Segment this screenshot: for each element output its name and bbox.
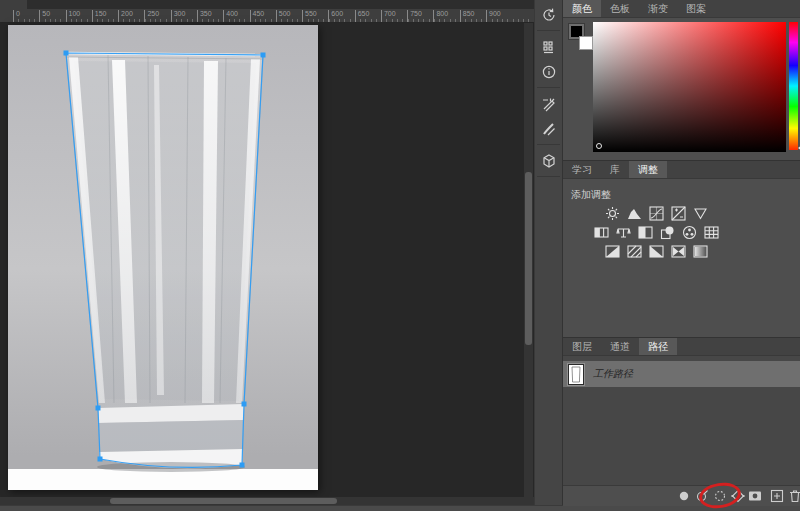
make-work-path-icon[interactable] bbox=[731, 489, 745, 503]
ruler-tick: 200 bbox=[118, 10, 133, 22]
paths-panel-tabs: 图层 通道 路径 bbox=[563, 338, 800, 356]
brightness-contrast-icon[interactable] bbox=[605, 206, 620, 221]
ruler-tick: 850 bbox=[460, 10, 475, 22]
document-canvas[interactable] bbox=[8, 25, 318, 490]
adjustment-icons bbox=[571, 206, 741, 259]
vibrance-icon[interactable] bbox=[693, 206, 708, 221]
saturation-brightness-field[interactable] bbox=[593, 22, 786, 152]
work-path-row[interactable]: 工作路径 bbox=[563, 361, 800, 387]
ruler-tick: 700 bbox=[381, 10, 396, 22]
panel-dock bbox=[534, 0, 562, 505]
add-mask-icon[interactable] bbox=[748, 489, 762, 503]
ruler-tick: 600 bbox=[328, 10, 343, 22]
glass-tumbler-image bbox=[8, 25, 318, 490]
photo-filter-icon[interactable] bbox=[660, 225, 675, 240]
ruler-tick: 150 bbox=[92, 10, 107, 22]
path-name: 工作路径 bbox=[593, 367, 633, 381]
channel-mixer-icon[interactable] bbox=[682, 225, 697, 240]
exposure-icon[interactable] bbox=[671, 206, 686, 221]
vertical-scrollbar-thumb[interactable] bbox=[525, 172, 532, 345]
tab-patterns[interactable]: 图案 bbox=[677, 0, 715, 17]
levels-icon[interactable] bbox=[627, 206, 642, 221]
load-selection-icon[interactable] bbox=[713, 489, 727, 503]
add-adjustment-label: 添加调整 bbox=[563, 179, 800, 206]
posterize-icon[interactable] bbox=[627, 244, 642, 259]
ruler-tick: 500 bbox=[276, 10, 291, 22]
canvas-area[interactable] bbox=[0, 23, 534, 497]
dock-separator bbox=[537, 176, 560, 177]
tab-channels[interactable]: 通道 bbox=[601, 338, 639, 355]
photoshop-window: 0501001502002503003504004505005506006507… bbox=[0, 0, 800, 511]
color-panel-tabs: 颜色 色板 渐变 图案 bbox=[563, 0, 800, 18]
tab-libraries[interactable]: 库 bbox=[601, 161, 629, 178]
ruler-tick: 250 bbox=[144, 10, 159, 22]
tab-adjustments[interactable]: 调整 bbox=[629, 161, 667, 178]
ruler-tick: 100 bbox=[66, 10, 81, 22]
curves-icon[interactable] bbox=[649, 206, 664, 221]
gradient-map-icon[interactable] bbox=[671, 244, 686, 259]
paths-list: 工作路径 bbox=[563, 356, 800, 485]
tab-learn[interactable]: 学习 bbox=[563, 161, 601, 178]
ruler-tick: 550 bbox=[302, 10, 317, 22]
color-lookup-icon[interactable] bbox=[704, 225, 719, 240]
dock-separator bbox=[537, 87, 560, 88]
ruler-tick: 350 bbox=[197, 10, 212, 22]
color-panel: 颜色 色板 渐变 图案 bbox=[563, 0, 800, 160]
tab-gradients[interactable]: 渐变 bbox=[639, 0, 677, 17]
invert-icon[interactable] bbox=[605, 244, 620, 259]
path-thumbnail[interactable] bbox=[568, 364, 584, 385]
paths-panel: 图层 通道 路径 工作路径 bbox=[563, 337, 800, 505]
brushes-panel-icon[interactable] bbox=[535, 118, 563, 139]
tab-color[interactable]: 颜色 bbox=[563, 0, 601, 17]
ruler-tick: 0 bbox=[13, 10, 20, 22]
history-panel-icon[interactable] bbox=[535, 4, 563, 25]
ruler-tick: 300 bbox=[171, 10, 186, 22]
tab-paths[interactable]: 路径 bbox=[639, 338, 677, 355]
ruler-tick: 900 bbox=[486, 10, 501, 22]
adjustments-panel: 学习 库 调整 添加调整 bbox=[563, 160, 800, 337]
info-panel-icon[interactable] bbox=[535, 61, 563, 82]
3d-panel-icon[interactable] bbox=[535, 150, 563, 171]
ruler-tick: 450 bbox=[250, 10, 265, 22]
color-field-cursor[interactable] bbox=[596, 143, 602, 149]
dock-separator bbox=[537, 144, 560, 145]
tab-swatches[interactable]: 色板 bbox=[601, 0, 639, 17]
foreground-background-swatches bbox=[569, 24, 595, 54]
threshold-icon[interactable] bbox=[649, 244, 664, 259]
ruler-tick: 750 bbox=[407, 10, 422, 22]
swatches-panel-icon[interactable] bbox=[535, 36, 563, 57]
horizontal-scrollbar[interactable] bbox=[0, 497, 534, 505]
delete-path-icon[interactable] bbox=[788, 489, 800, 503]
tab-layers[interactable]: 图层 bbox=[563, 338, 601, 355]
color-balance-icon[interactable] bbox=[616, 225, 631, 240]
ruler-tick: 50 bbox=[39, 10, 50, 22]
stroke-path-icon[interactable] bbox=[695, 489, 709, 503]
new-path-icon[interactable] bbox=[770, 489, 784, 503]
black-white-icon[interactable] bbox=[638, 225, 653, 240]
ruler-tick: 650 bbox=[355, 10, 370, 22]
vertical-scrollbar[interactable] bbox=[524, 23, 533, 497]
ruler-minor-ticks bbox=[13, 19, 530, 22]
ruler-tick: 400 bbox=[223, 10, 238, 22]
background-color-swatch[interactable] bbox=[579, 36, 593, 50]
ruler-tick: 800 bbox=[433, 10, 448, 22]
panel-column: 颜色 色板 渐变 图案 学习 库 调整 bbox=[562, 0, 800, 505]
horizontal-ruler: 0501001502002503003504004505005506006507… bbox=[0, 9, 534, 23]
hue-slider[interactable] bbox=[789, 22, 798, 150]
horizontal-scrollbar-thumb[interactable] bbox=[110, 498, 337, 504]
document-tab-strip bbox=[0, 0, 534, 9]
document-tab[interactable] bbox=[0, 0, 27, 9]
brush-settings-panel-icon[interactable] bbox=[535, 93, 563, 114]
fill-path-icon[interactable] bbox=[677, 489, 691, 503]
selective-color-icon[interactable] bbox=[693, 244, 708, 259]
paths-toolbar bbox=[563, 485, 800, 506]
color-panel-body bbox=[563, 18, 800, 159]
dock-separator bbox=[537, 30, 560, 31]
adjustments-panel-tabs: 学习 库 调整 bbox=[563, 161, 800, 179]
hue-saturation-icon[interactable] bbox=[594, 225, 609, 240]
